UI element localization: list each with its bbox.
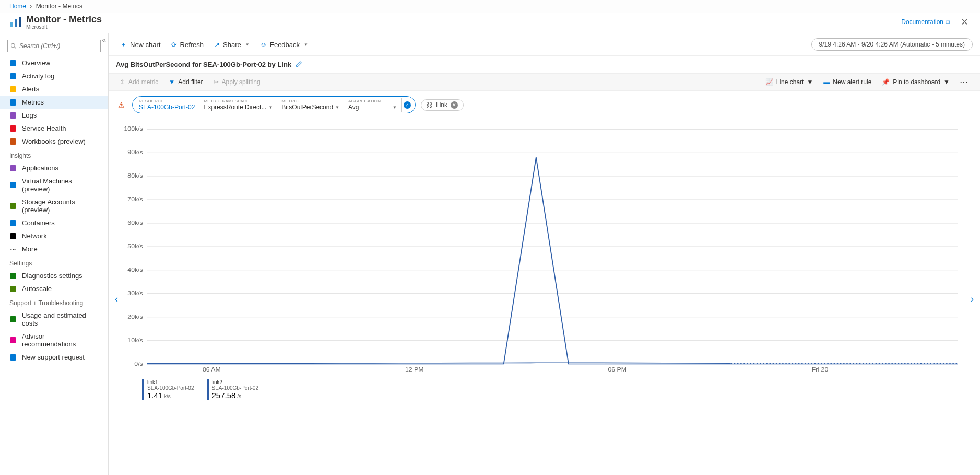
plus-icon: ＋ [120,40,127,49]
scatter-icon: ⁜ [120,78,125,86]
legend-item-link1[interactable]: link1SEA-100Gb-Port-021.41 k/s [142,379,194,400]
sidebar-item-workbooks-preview-[interactable]: Workbooks (preview) [0,135,108,148]
new-alert-rule-button[interactable]: ▬ New alert rule [819,77,876,87]
aggregation-selector[interactable]: AGGREGATION Avg▼ [344,98,402,112]
add-metric-button[interactable]: ⁜ Add metric [116,77,162,87]
nav-icon [9,233,17,240]
legend-series-value: 257.58 /s [212,391,259,400]
sidebar-item-activity-log[interactable]: Activity log [0,69,108,83]
confirm-metric-button[interactable]: ✓ [404,101,411,109]
pin-to-dashboard-button[interactable]: 📌 Pin to dashboard ▼ [878,77,954,87]
svg-text:90k/s: 90k/s [127,149,143,155]
split-by-tag[interactable]: ⛓ Link ✕ [421,99,464,111]
search-input[interactable] [7,40,101,52]
sidebar-item-label: Containers [22,219,55,227]
svg-text:100k/s: 100k/s [124,126,143,132]
sidebar-item-applications[interactable]: Applications [0,161,108,175]
chart-title-text: Avg BitsOutPerSecond for SEA-100Gb-Port-… [116,61,291,68]
svg-rect-2 [19,17,21,27]
sidebar-item-containers[interactable]: Containers [0,216,108,229]
sidebar-item-label: Overview [22,59,50,67]
metrics-toolbar: ＋ New chart ⟳ Refresh ↗ Share ▼ ☺ Feedba… [109,33,980,56]
sidebar-item-advisor-recommendations[interactable]: Advisor recommendations [0,330,108,351]
sidebar-item-label: Applications [22,164,58,172]
svg-text:80k/s: 80k/s [127,173,143,179]
nav-icon [9,181,17,189]
sidebar-item-label: Virtual Machines (preview) [22,177,99,193]
svg-rect-0 [10,22,13,27]
refresh-icon: ⟳ [171,41,177,49]
sidebar-item-logs[interactable]: Logs [0,109,108,122]
collapse-sidebar-button[interactable]: « [102,36,106,44]
metric-selector[interactable]: METRIC BitsOutPerSecond▼ [277,98,344,112]
feedback-button[interactable]: ☺ Feedback ▼ [256,39,312,51]
resource-selector[interactable]: RESOURCE SEA-100Gb-Port-02 [135,98,199,112]
svg-text:70k/s: 70k/s [127,196,143,202]
nav-icon [9,165,17,172]
nav-icon [9,112,17,119]
apply-splitting-button[interactable]: ✂ Apply splitting [209,77,265,87]
namespace-selector[interactable]: METRIC NAMESPACE ExpressRoute Direct...▼ [199,98,277,112]
edit-title-button[interactable] [296,60,303,69]
close-button[interactable]: ✕ [959,14,971,30]
add-filter-button[interactable]: ▼ Add filter [164,77,207,87]
metrics-line-chart[interactable]: 0/s10k/s20k/s30k/s40k/s50k/s60k/s70k/s80… [116,124,964,375]
metric-definition-pill: RESOURCE SEA-100Gb-Port-02 METRIC NAMESP… [132,96,416,113]
nav-icon [9,125,17,132]
ellipsis-icon: ··· [9,246,17,253]
time-range-picker[interactable]: 9/19 4:26 AM - 9/20 4:26 AM (Automatic -… [811,38,973,51]
sidebar-item-storage-accounts-preview-[interactable]: Storage Accounts (preview) [0,195,108,216]
nav-icon [9,285,17,293]
svg-text:Fri 20: Fri 20 [812,367,828,373]
svg-rect-1 [15,19,17,27]
nav-icon [9,86,17,93]
chart-title-row: Avg BitsOutPerSecond for SEA-100Gb-Port-… [109,56,980,73]
legend-series-resource: SEA-100Gb-Port-02 [212,385,259,391]
sidebar-item-metrics[interactable]: Metrics [0,96,108,109]
svg-point-3 [11,44,15,48]
chevron-down-icon: ▼ [335,105,339,110]
smiley-icon: ☺ [260,41,267,49]
prev-chart-button[interactable]: ‹ [111,289,122,309]
sidebar-item-overview[interactable]: Overview [0,56,108,69]
sidebar-item-label: Diagnostics settings [22,272,82,280]
external-link-icon: ⧉ [946,18,950,26]
svg-text:20k/s: 20k/s [127,314,143,320]
chart-type-dropdown[interactable]: 📈 Line chart ▼ [761,77,818,87]
filter-icon: ▼ [169,78,175,86]
sidebar-item-usage-and-estimated-costs[interactable]: Usage and estimated costs [0,309,108,330]
nav-icon [9,354,17,361]
sidebar-item-label: Usage and estimated costs [22,311,99,327]
page-title: Monitor - Metrics [26,14,102,25]
sidebar-item-network[interactable]: Network [0,229,108,242]
sidebar-item-label: Network [22,232,47,240]
breadcrumb-home[interactable]: Home [9,3,26,10]
documentation-link[interactable]: Documentation ⧉ [901,18,950,26]
sidebar-item-label: Workbooks (preview) [22,137,86,145]
share-button[interactable]: ↗ Share ▼ [210,39,254,51]
sidebar-item-autoscale[interactable]: Autoscale [0,282,108,295]
svg-text:60k/s: 60k/s [127,220,143,226]
sidebar-item-service-health[interactable]: Service Health [0,122,108,135]
sidebar-item-virtual-machines-preview-[interactable]: Virtual Machines (preview) [0,175,108,195]
sidebar-item-diagnostics-settings[interactable]: Diagnostics settings [0,269,108,282]
nav-icon [9,99,17,106]
warning-icon: ⚠ [116,101,127,109]
remove-tag-button[interactable]: ✕ [451,101,458,109]
sidebar-item-more[interactable]: ···More [0,242,108,256]
sidebar-item-label: Activity log [22,72,54,80]
next-chart-button[interactable]: › [966,289,978,309]
new-chart-button[interactable]: ＋ New chart [116,38,165,51]
more-options-button[interactable]: ··· [956,77,973,87]
sidebar-item-alerts[interactable]: Alerts [0,83,108,96]
alert-icon: ▬ [823,78,830,86]
sidebar-item-label: Advisor recommendations [22,332,99,348]
pin-icon: 📌 [882,78,890,86]
sidebar-item-new-support-request[interactable]: New support request [0,351,108,364]
sidebar-item-label: Metrics [22,98,44,106]
legend-item-link2[interactable]: link2SEA-100Gb-Port-02257.58 /s [207,379,259,400]
sidebar-search [7,40,101,52]
legend-series-value: 1.41 k/s [147,391,194,400]
legend-series-resource: SEA-100Gb-Port-02 [147,385,194,391]
refresh-button[interactable]: ⟳ Refresh [167,39,208,51]
